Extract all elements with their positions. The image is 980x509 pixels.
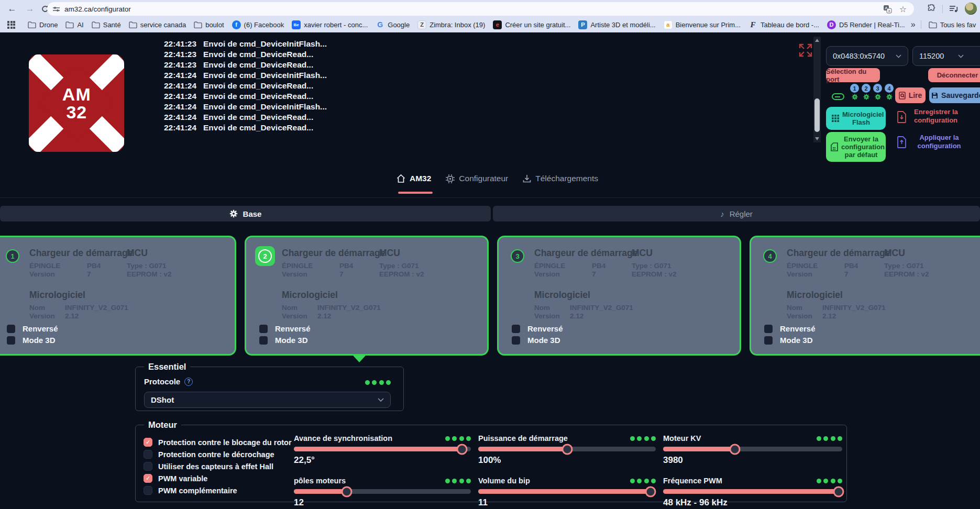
checkbox-box[interactable]: ✓: [144, 474, 152, 483]
slider-track[interactable]: [294, 489, 471, 494]
bookmark-item[interactable]: f (6) Facebook: [230, 19, 287, 30]
send-default-config-button[interactable]: Envoyer la configuration par défaut: [826, 132, 886, 162]
motor-checkbox[interactable]: ✓ PWM variable: [144, 472, 292, 484]
slider-track[interactable]: [663, 489, 842, 494]
esc-card-badge[interactable]: 1: [3, 246, 23, 266]
motor-checkbox[interactable]: ✓ Protection contre le blocage du rotor: [144, 436, 292, 448]
reversed-checkbox[interactable]: Renversé: [764, 324, 816, 333]
esc-number[interactable]: 1: [850, 84, 859, 93]
read-button[interactable]: Lire: [895, 87, 926, 103]
bookmark-star-icon[interactable]: ☆: [899, 4, 907, 14]
extensions-icon[interactable]: [927, 4, 936, 13]
site-info-icon[interactable]: [52, 5, 60, 13]
help-icon[interactable]: ?: [184, 378, 193, 386]
checkbox-box[interactable]: [144, 462, 152, 471]
bookmark-item[interactable]: a Bienvenue sur Prim...: [662, 19, 743, 30]
esc-number-toggle[interactable]: 2: [861, 84, 871, 100]
bookmark-item[interactable]: AI: [63, 20, 85, 30]
scrollbar-thumb[interactable]: [814, 98, 820, 132]
bookmark-item[interactable]: G Google: [373, 19, 412, 30]
checkbox-box[interactable]: ✓: [144, 438, 152, 447]
flash-firmware-button[interactable]: Micrologiciel Flash: [826, 107, 886, 130]
save-button[interactable]: Sauvegarder: [929, 87, 980, 103]
all-bookmarks-folder[interactable]: Tous les fav: [927, 20, 978, 30]
reversed-checkbox[interactable]: Renversé: [512, 324, 563, 333]
mode-3d-checkbox[interactable]: Mode 3D: [259, 336, 308, 345]
save-config-link[interactable]: Enregistrer la configuration: [914, 108, 964, 125]
bookmark-item[interactable]: service canada: [127, 20, 188, 30]
profile-avatar[interactable]: [965, 3, 977, 15]
reversed-checkbox[interactable]: Renversé: [259, 324, 311, 333]
slider-handle[interactable]: [645, 486, 656, 497]
checkbox-box[interactable]: [144, 450, 152, 459]
esc-number-toggle[interactable]: 3: [873, 84, 883, 100]
slider-handle[interactable]: [342, 486, 353, 497]
bookmark-item[interactable]: Be xavier robert - conc...: [290, 19, 370, 30]
slider-handle[interactable]: [833, 486, 844, 497]
bookmark-item[interactable]: e Créer un site gratuit...: [491, 19, 572, 30]
esc-card[interactable]: 1 Chargeur de démarrage ÉPINGLE PB4 Vers…: [0, 236, 236, 356]
tab-base[interactable]: Base: [0, 206, 491, 222]
nav-item-telechargements[interactable]: Téléchargements: [523, 174, 598, 183]
esc-card[interactable]: 2 Chargeur de démarrage ÉPINGLE PB4 Vers…: [245, 236, 489, 356]
esc-number[interactable]: 4: [885, 84, 894, 93]
bookmark-item[interactable]: F Tableau de bord -...: [746, 19, 821, 30]
slider-handle[interactable]: [457, 444, 468, 455]
slider-track[interactable]: [478, 489, 656, 494]
firmware-title: Micrologiciel: [534, 290, 590, 301]
bookmark-item[interactable]: P Artiste 3D et modéli...: [576, 19, 657, 30]
nav-item-am32[interactable]: AM32: [397, 174, 431, 183]
checkbox-box[interactable]: [144, 486, 152, 495]
bookmark-item[interactable]: D D5 Render | Real-Ti...: [825, 19, 907, 30]
slider-handle[interactable]: [729, 444, 740, 455]
translate-icon[interactable]: Aa: [883, 5, 892, 14]
media-list-icon[interactable]: [949, 5, 959, 13]
mode-3d-checkbox[interactable]: Mode 3D: [764, 336, 813, 345]
log-timestamp: 22:41:24: [164, 70, 196, 81]
back-icon[interactable]: ←: [5, 4, 19, 14]
esc-card[interactable]: 4 Chargeur de démarrage ÉPINGLE PB4 Vers…: [750, 236, 980, 356]
esc-card[interactable]: 3 Chargeur de démarrage ÉPINGLE PB4 Vers…: [497, 236, 741, 356]
esc-card-badge[interactable]: 2: [255, 246, 275, 266]
esc-number-toggle[interactable]: 4: [884, 84, 894, 100]
bookmark-item[interactable]: Z Zimbra: Inbox (19): [415, 19, 487, 30]
nav-item-configurateur[interactable]: Configurateur: [446, 174, 508, 183]
motor-checkbox[interactable]: Protection contre le décrochage: [144, 448, 292, 460]
log-scrollbar[interactable]: [813, 37, 821, 142]
port-select[interactable]: 0x0483:0x5740: [826, 46, 908, 66]
esc-number-toggle[interactable]: 1: [850, 84, 860, 100]
bookmark-item[interactable]: Drone: [26, 20, 60, 30]
scroll-down-icon[interactable]: [815, 137, 819, 140]
folder-icon: [194, 21, 202, 28]
apps-grid-icon[interactable]: [7, 21, 15, 29]
select-port-button[interactable]: Sélection du port: [826, 68, 880, 82]
reversed-checkbox[interactable]: Renversé: [7, 324, 58, 333]
scroll-up-icon[interactable]: [815, 39, 819, 42]
tab-regler[interactable]: ♪ Régler: [493, 206, 980, 222]
motor-checkbox[interactable]: PWM complémentaire: [144, 484, 292, 496]
apply-config-link[interactable]: Appliquer la configuration: [914, 134, 964, 150]
slider-rating-dots: [630, 436, 656, 441]
motor-checkbox[interactable]: Utiliser des capteurs à effet Hall: [144, 460, 292, 472]
mode-3d-checkbox[interactable]: Mode 3D: [7, 336, 56, 345]
protocol-select[interactable]: DShot: [144, 392, 391, 408]
url-text[interactable]: am32.ca/configurator: [64, 5, 883, 13]
esc-card-badge[interactable]: 3: [508, 246, 527, 266]
esc-card-badge[interactable]: 4: [760, 246, 780, 266]
disconnect-button[interactable]: Déconnecter: [928, 68, 980, 82]
mode-3d-checkbox[interactable]: Mode 3D: [512, 336, 560, 345]
esc-number[interactable]: 2: [862, 84, 871, 93]
bookmark-item[interactable]: Santé: [90, 20, 123, 30]
slider-track[interactable]: [294, 447, 471, 451]
esc-number[interactable]: 3: [873, 84, 882, 93]
expand-log-icon[interactable]: [798, 43, 813, 58]
bookmark-item[interactable]: boulot: [192, 20, 226, 30]
url-bar[interactable]: am32.ca/configurator Aa ☆: [47, 2, 914, 16]
bookmarks-overflow-chevron[interactable]: »: [911, 20, 916, 29]
slider-track[interactable]: [663, 447, 842, 451]
apply-config-file-icon: [897, 136, 907, 148]
slider-track[interactable]: [478, 447, 656, 451]
forward-icon[interactable]: →: [23, 4, 37, 14]
slider-handle[interactable]: [561, 444, 572, 455]
baud-select[interactable]: 115200: [912, 46, 980, 66]
